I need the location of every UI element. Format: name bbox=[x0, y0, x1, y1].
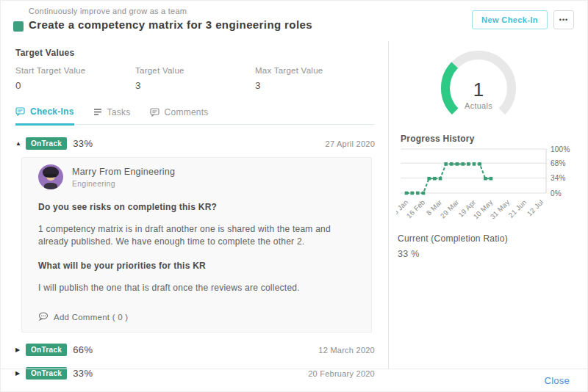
actuals-gauge: 1 Actuals bbox=[423, 44, 534, 137]
key-result-detail-modal: Continuously improve and grow as a team … bbox=[0, 0, 588, 392]
comment-bubble-icon bbox=[150, 108, 159, 117]
header: Continuously improve and grow as a team … bbox=[1, 1, 587, 41]
status-badge: OnTrack bbox=[26, 137, 67, 150]
progress-history-chart: 0%34%68%100%26 Jan16 Feb8 Mar29 Mar19 Ap… bbox=[396, 142, 586, 230]
kr-color-square-icon bbox=[13, 21, 24, 32]
caret-right-icon[interactable]: ▶ bbox=[15, 346, 26, 353]
check-in-percent: 33% bbox=[73, 138, 93, 149]
check-in-date: 12 March 2020 bbox=[318, 346, 375, 355]
add-comment-label: Add Comment ( 0 ) bbox=[54, 313, 128, 322]
current-ratio-value: 33 % bbox=[398, 249, 420, 259]
status-badge: OnTrack bbox=[26, 344, 67, 356]
start-target-label: Start Target Value bbox=[15, 66, 135, 75]
check-in-percent: 66% bbox=[73, 344, 93, 355]
target-values-heading: Target Values bbox=[15, 41, 375, 58]
new-check-in-button[interactable]: New Check-In bbox=[472, 10, 548, 29]
svg-text:16 Feb: 16 Feb bbox=[405, 198, 427, 220]
target-values-grid: Start Target Value 0 Target Value 3 Max … bbox=[15, 66, 375, 91]
right-panel: 1 Actuals Progress History 0%34%68%100%2… bbox=[389, 41, 587, 369]
current-ratio-label: Current (Completion Ratio) bbox=[398, 233, 508, 244]
answer-text: I will publish the one that is draft onc… bbox=[38, 282, 355, 294]
header-actions: New Check-In ••• bbox=[472, 10, 574, 29]
tab-tasks[interactable]: Tasks bbox=[93, 106, 131, 124]
more-options-button[interactable]: ••• bbox=[553, 10, 574, 29]
svg-text:29 Mar: 29 Mar bbox=[439, 198, 461, 220]
target-label: Target Value bbox=[135, 66, 255, 75]
target-value-col: Max Target Value 3 bbox=[255, 66, 375, 91]
target-value: 3 bbox=[135, 80, 255, 91]
question-text: What will be your priorities for this KR bbox=[38, 261, 355, 271]
svg-text:34%: 34% bbox=[551, 174, 566, 182]
max-target-label: Max Target Value bbox=[255, 66, 375, 75]
start-target-value: 0 bbox=[15, 80, 135, 91]
tab-label: Comments bbox=[165, 107, 209, 117]
gauge-value: 1 bbox=[473, 79, 484, 101]
question-text: Do you see risks on completing this KR? bbox=[38, 202, 355, 212]
svg-text:100%: 100% bbox=[551, 145, 570, 153]
target-value-col: Start Target Value 0 bbox=[15, 66, 135, 91]
breadcrumb: Continuously improve and grow as a team bbox=[29, 7, 187, 15]
modal-footer: Close bbox=[1, 369, 587, 391]
target-value-col: Target Value 3 bbox=[135, 66, 255, 91]
modal-body: Target Values Start Target Value 0 Targe… bbox=[1, 41, 587, 369]
close-button[interactable]: Close bbox=[545, 375, 570, 386]
max-target-value: 3 bbox=[255, 80, 375, 91]
gauge-fill bbox=[445, 65, 455, 112]
page-title: Create a competency matrix for 3 enginee… bbox=[29, 18, 312, 31]
gauge-label: Actuals bbox=[465, 101, 492, 110]
svg-text:12 Jul: 12 Jul bbox=[526, 198, 545, 218]
author-name: Marry From Engineering bbox=[72, 167, 175, 177]
check-in-row[interactable]: ▶ OnTrack 66% 12 March 2020 bbox=[15, 344, 375, 356]
avatar bbox=[38, 164, 63, 189]
tab-label: Tasks bbox=[107, 107, 131, 117]
tab-check-ins[interactable]: Check-Ins bbox=[15, 106, 74, 126]
svg-text:0%: 0% bbox=[551, 189, 562, 197]
caret-up-icon[interactable]: ▲ bbox=[15, 140, 26, 147]
tab-label: Check-Ins bbox=[30, 106, 74, 117]
add-comment-button[interactable]: Add Comment ( 0 ) bbox=[38, 312, 355, 322]
author-meta: Marry From Engineering Engineering bbox=[72, 167, 175, 188]
svg-text:68%: 68% bbox=[551, 159, 566, 167]
chat-bubble-icon bbox=[15, 107, 25, 116]
author-team: Engineering bbox=[72, 179, 175, 188]
tab-bar: Check-Ins Tasks Comments bbox=[15, 106, 375, 125]
check-in-detail-card: Marry From Engineering Engineering Do yo… bbox=[21, 157, 372, 333]
tab-comments[interactable]: Comments bbox=[150, 106, 209, 124]
check-in-row[interactable]: ▲ OnTrack 33% 27 April 2020 bbox=[15, 137, 375, 150]
list-icon bbox=[93, 108, 102, 116]
check-in-date: 27 April 2020 bbox=[326, 139, 375, 148]
speech-bubble-icon bbox=[38, 312, 49, 322]
left-panel: Target Values Start Target Value 0 Targe… bbox=[1, 41, 389, 369]
author-row: Marry From Engineering Engineering bbox=[38, 164, 355, 189]
gauge-chart: 1 Actuals bbox=[423, 44, 534, 134]
answer-text: 1 competency matrix is in draft another … bbox=[38, 223, 355, 248]
svg-text:21 Jun: 21 Jun bbox=[506, 198, 528, 219]
